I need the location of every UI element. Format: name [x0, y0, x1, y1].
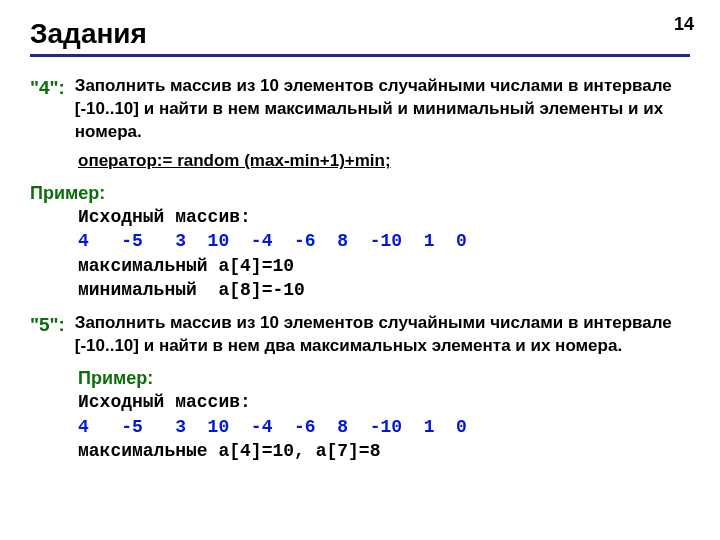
- page-number: 14: [674, 14, 694, 35]
- task-4-min: минимальный a[8]=-10: [78, 278, 690, 302]
- task-5-text: Заполнить массив из 10 элементов случайн…: [75, 312, 675, 358]
- page-title: Задания: [30, 18, 690, 50]
- content: "4": Заполнить массив из 10 элементов сл…: [30, 75, 690, 463]
- task-5-max: максимальные a[4]=10, a[7]=8: [78, 439, 690, 463]
- task-5-label: "5":: [30, 312, 70, 338]
- title-rule: [30, 54, 690, 57]
- task-4-text: Заполнить массив из 10 элементов случайн…: [75, 75, 675, 144]
- task-4-array: 4 -5 3 10 -4 -6 8 -10 1 0: [78, 229, 690, 253]
- task-5-array-label: Исходный массив:: [78, 390, 690, 414]
- task-4-operator: оператор:= random (max-min+1)+min;: [78, 150, 690, 173]
- task-4-label: "4":: [30, 75, 70, 101]
- task-5-example-label: Пример:: [78, 366, 690, 390]
- task-4-array-label: Исходный массив:: [78, 205, 690, 229]
- task-5-array: 4 -5 3 10 -4 -6 8 -10 1 0: [78, 415, 690, 439]
- task-4-example-label: Пример:: [30, 181, 690, 205]
- task-4-max: максимальный a[4]=10: [78, 254, 690, 278]
- task-5: "5": Заполнить массив из 10 элементов сл…: [30, 312, 690, 358]
- task-4: "4": Заполнить массив из 10 элементов сл…: [30, 75, 690, 144]
